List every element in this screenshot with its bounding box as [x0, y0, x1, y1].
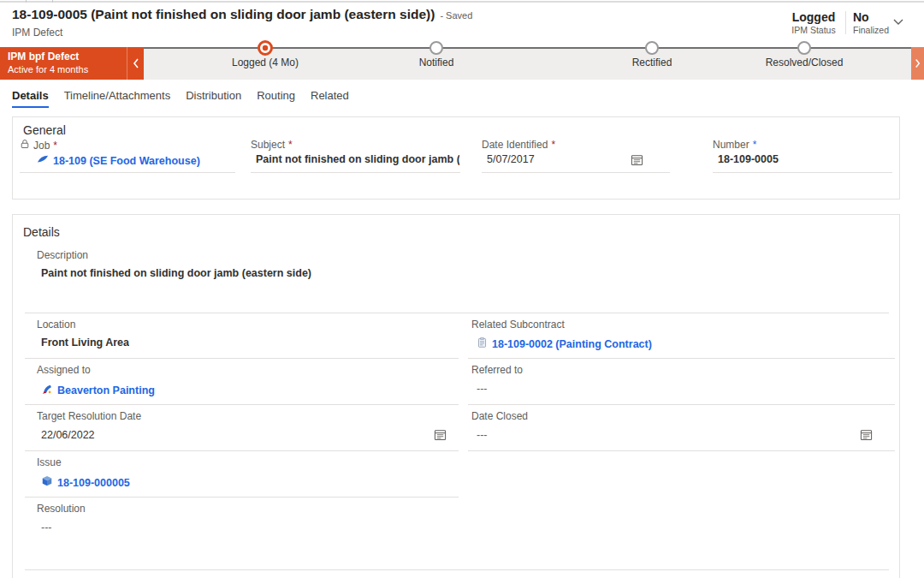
- bpf-active-stage-box[interactable]: IPM bpf Defect Active for 4 months: [0, 47, 127, 80]
- related-subcontract-lookup-value[interactable]: 18-109-0002 (Painting Contract): [477, 337, 652, 351]
- details-section: Details Description Paint not finished o…: [12, 214, 900, 578]
- number-field-underline: [713, 172, 892, 173]
- header-divider: [845, 11, 846, 34]
- header-finalized: No Finalized: [853, 9, 889, 36]
- job-lookup-value[interactable]: 18-109 (SE Food Warehouse): [37, 153, 230, 168]
- subject-field-label: Subject*: [251, 139, 293, 151]
- required-asterisk: *: [288, 139, 293, 151]
- subject-field-underline: [251, 172, 460, 173]
- date-identified-field-label: Date Identified*: [482, 139, 555, 151]
- required-asterisk: *: [551, 139, 555, 151]
- subcontract-icon: [477, 337, 488, 351]
- date-closed-field-value[interactable]: ---: [477, 429, 488, 441]
- finalized-value: No: [853, 9, 889, 25]
- stage-marker-rectified[interactable]: [645, 41, 659, 55]
- bpf-chevron-left-icon[interactable]: [127, 47, 144, 80]
- record-title: 18-109-0005 (Paint not finished on slidi…: [12, 7, 472, 22]
- issue-cube-icon: [41, 475, 53, 490]
- tab-distribution[interactable]: Distribution: [186, 89, 241, 108]
- location-field-value[interactable]: Front Living Area: [41, 337, 129, 349]
- stage-label-resolved[interactable]: Resolved/Closed: [736, 57, 873, 69]
- location-field-label: Location: [37, 319, 75, 331]
- date-identified-field-underline: [482, 172, 670, 173]
- subcontractor-icon: [41, 383, 53, 397]
- header-chevron-down-icon[interactable]: [891, 15, 905, 32]
- assigned-to-field-underline: [25, 404, 459, 405]
- stage-label-logged[interactable]: Logged (4 Mo): [197, 57, 334, 69]
- related-subcontract-field-underline: [468, 358, 895, 359]
- stage-marker-notified[interactable]: [429, 41, 443, 55]
- bpf-active-duration: Active for 4 months: [8, 63, 127, 75]
- description-field-label: Description: [37, 249, 88, 261]
- number-field-label: Number*: [713, 139, 756, 151]
- recommended-asterisk: *: [753, 139, 757, 151]
- stage-label-rectified[interactable]: Rectified: [583, 57, 720, 69]
- issue-lookup-value[interactable]: 18-109-000005: [41, 475, 130, 490]
- top-tab-tick: [26, 0, 27, 3]
- stage-label-notified[interactable]: Notified: [368, 57, 505, 69]
- assigned-to-field-label: Assigned to: [37, 364, 91, 376]
- date-identified-field-value[interactable]: 5/07/2017: [487, 153, 535, 165]
- tab-related[interactable]: Related: [311, 89, 349, 108]
- number-field-value[interactable]: 18-109-0005: [718, 153, 779, 165]
- top-border-strip: [0, 0, 924, 3]
- tab-details[interactable]: Details: [12, 89, 49, 108]
- job-field-underline: [20, 172, 235, 173]
- stage-marker-resolved[interactable]: [797, 41, 811, 55]
- date-identified-calendar-icon[interactable]: [631, 153, 643, 166]
- job-icon: [37, 153, 49, 168]
- tab-timeline-attachments[interactable]: Timeline/Attachments: [64, 89, 171, 108]
- description-field-value[interactable]: Paint not finished on sliding door jamb …: [41, 267, 880, 279]
- finalized-label: Finalized: [853, 25, 889, 36]
- date-closed-field-underline: [468, 450, 895, 451]
- date-closed-field-label: Date Closed: [471, 410, 528, 422]
- saved-indicator: - Saved: [440, 10, 472, 21]
- assigned-to-lookup-value[interactable]: Beaverton Painting: [41, 383, 155, 397]
- ipm-status-label: IPM Status: [784, 25, 844, 36]
- location-field-underline: [25, 358, 459, 359]
- business-process-flow: IPM bpf Defect Active for 4 months Logge…: [0, 47, 924, 80]
- bpf-name: IPM bpf Defect: [8, 51, 127, 63]
- description-field-underline: [25, 313, 889, 313]
- date-closed-calendar-icon[interactable]: [860, 428, 873, 441]
- required-asterisk: *: [53, 140, 57, 152]
- ipm-status-value: Logged: [784, 9, 844, 25]
- issue-field-label: Issue: [37, 456, 62, 468]
- resolution-field-label: Resolution: [37, 503, 86, 515]
- bpf-chevron-right-icon[interactable]: [911, 47, 924, 80]
- resolution-field-underline: [25, 569, 889, 570]
- target-resolution-date-field-value[interactable]: 22/06/2022: [41, 429, 95, 441]
- header-ipm-status: Logged IPM Status: [784, 9, 844, 36]
- general-section-title: General: [23, 123, 66, 137]
- record-title-text: 18-109-0005 (Paint not finished on slidi…: [12, 7, 435, 21]
- target-resolution-date-field-underline: [25, 450, 459, 451]
- general-section: General Job* 18-109 (SE Food Warehouse) …: [12, 116, 900, 200]
- target-resolution-date-field-label: Target Resolution Date: [37, 410, 141, 422]
- entity-name: IPM Defect: [12, 27, 62, 39]
- target-resolution-date-calendar-icon[interactable]: [434, 428, 447, 441]
- lock-icon: [20, 139, 30, 152]
- issue-field-underline: [25, 497, 459, 498]
- details-section-title: Details: [23, 225, 60, 239]
- top-tab-tick: [52, 0, 53, 3]
- ipm-defect-form: { "header": { "title": "18-109-0005 (Pai…: [0, 0, 924, 578]
- form-tab-bar: Details Timeline/Attachments Distributio…: [12, 89, 349, 108]
- subject-field-value[interactable]: Paint not finished on sliding door jamb …: [256, 153, 459, 165]
- referred-to-field-label: Referred to: [471, 364, 523, 376]
- resolution-field-value[interactable]: ---: [41, 521, 52, 533]
- referred-to-field-value[interactable]: ---: [477, 383, 488, 395]
- related-subcontract-field-label: Related Subcontract: [471, 319, 565, 331]
- job-field-label: Job*: [20, 139, 57, 152]
- referred-to-field-underline: [468, 404, 895, 405]
- tab-routing[interactable]: Routing: [257, 89, 295, 108]
